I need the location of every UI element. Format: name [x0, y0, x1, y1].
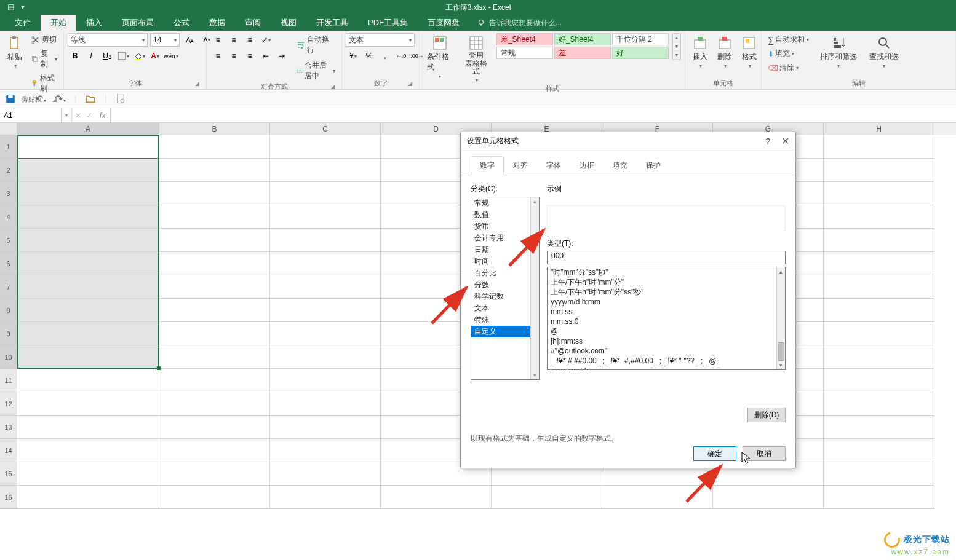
cell[interactable]: [159, 369, 270, 392]
cell[interactable]: [17, 182, 159, 205]
tab-baidu[interactable]: 百度网盘: [418, 15, 469, 31]
align-center-button[interactable]: ≡: [226, 49, 241, 63]
number-format-combo[interactable]: 文本▾: [346, 33, 415, 47]
cell[interactable]: [824, 462, 934, 486]
dialog-launcher-icon[interactable]: ◢: [330, 84, 338, 91]
comma-button[interactable]: ,: [378, 49, 392, 63]
cell[interactable]: [270, 345, 381, 369]
font-color-button[interactable]: A▾: [148, 49, 162, 63]
table-format-button[interactable]: 套用 表格格式▾: [460, 33, 492, 85]
indent-dec-button[interactable]: ⇤: [258, 49, 273, 63]
cell[interactable]: [381, 486, 492, 509]
cell[interactable]: [713, 486, 824, 509]
category-item[interactable]: 科学记数: [471, 291, 530, 302]
scroll-down-icon[interactable]: ▾: [779, 362, 783, 368]
category-item[interactable]: 常规: [471, 197, 530, 209]
dialog-close-icon[interactable]: ✕: [781, 135, 789, 147]
scroll-up-icon[interactable]: ▴: [673, 34, 680, 42]
delete-cells-button[interactable]: 删除▾: [714, 33, 736, 71]
tab-pdf[interactable]: PDF工具集: [358, 15, 418, 31]
delete-format-button[interactable]: 删除(D): [747, 408, 786, 422]
type-scrollbar[interactable]: ▴ ▾: [776, 267, 785, 369]
type-item[interactable]: mm:ss: [550, 307, 774, 317]
open-icon[interactable]: [85, 93, 96, 105]
tab-view[interactable]: 视图: [271, 15, 306, 31]
scroll-up-icon[interactable]: ▴: [533, 199, 536, 205]
style-cell[interactable]: 好_Sheet4: [554, 33, 611, 45]
cell[interactable]: [824, 275, 934, 299]
cell[interactable]: [270, 135, 381, 159]
cell[interactable]: [602, 486, 713, 509]
row-header[interactable]: 6: [0, 252, 17, 275]
row-header[interactable]: 8: [0, 299, 17, 322]
cell[interactable]: [270, 275, 381, 299]
cell[interactable]: [270, 416, 381, 439]
cell[interactable]: [824, 229, 934, 252]
dialog-tab[interactable]: 填充: [603, 156, 637, 175]
dialog-launcher-icon[interactable]: ◢: [195, 81, 202, 88]
row-header[interactable]: 13: [0, 416, 17, 439]
row-header[interactable]: 11: [0, 369, 17, 392]
cell[interactable]: [270, 392, 381, 416]
column-header[interactable]: B: [159, 123, 270, 135]
cell[interactable]: [17, 392, 159, 416]
formula-input[interactable]: [111, 108, 956, 122]
percent-button[interactable]: %: [362, 49, 376, 63]
type-item[interactable]: 上午/下午h"时"mm"分"ss"秒": [550, 287, 774, 297]
row-header[interactable]: 16: [0, 486, 17, 509]
cut-button[interactable]: 剪切: [28, 33, 60, 46]
cell[interactable]: [270, 322, 381, 345]
cell[interactable]: [159, 486, 270, 509]
cell[interactable]: [159, 439, 270, 462]
font-size-combo[interactable]: 14▾: [150, 33, 180, 47]
category-list[interactable]: 常规数值货币会计专用日期时间百分比分数科学记数文本特殊自定义 ▴▾: [471, 197, 540, 380]
row-header[interactable]: 5: [0, 229, 17, 252]
gallery-scroll[interactable]: ▴ ▾ ▾: [672, 33, 681, 60]
tab-review[interactable]: 审阅: [235, 15, 271, 31]
indent-inc-button[interactable]: ⇥: [274, 49, 289, 63]
cell[interactable]: [17, 299, 159, 322]
clear-button[interactable]: ⌫清除▾: [765, 61, 811, 74]
type-item[interactable]: "时"mm"分"ss"秒": [550, 267, 774, 277]
type-input[interactable]: 000: [547, 251, 786, 264]
category-item[interactable]: 时间: [471, 256, 530, 267]
type-item[interactable]: @: [550, 326, 774, 336]
cell[interactable]: [159, 275, 270, 299]
copy-button[interactable]: 复制▾: [28, 47, 60, 71]
column-header[interactable]: A: [17, 123, 159, 135]
align-top-button[interactable]: ≡: [210, 33, 225, 47]
cell[interactable]: [159, 345, 270, 369]
orientation-button[interactable]: ⤢▾: [258, 33, 273, 47]
border-button[interactable]: ▾: [116, 49, 130, 63]
row-header[interactable]: 12: [0, 392, 17, 416]
cell[interactable]: [17, 462, 159, 486]
cell[interactable]: [159, 252, 270, 275]
enter-formula-icon[interactable]: ✓: [86, 111, 92, 120]
cell[interactable]: [159, 135, 270, 159]
format-cells-button[interactable]: 格式▾: [738, 33, 760, 71]
row-header[interactable]: 14: [0, 439, 17, 462]
dialog-tab[interactable]: 数字: [471, 156, 504, 175]
cell[interactable]: [159, 322, 270, 345]
bold-button[interactable]: B: [68, 49, 82, 63]
cell[interactable]: [17, 275, 159, 299]
category-item[interactable]: 分数: [471, 279, 530, 291]
cell[interactable]: [159, 299, 270, 322]
cell[interactable]: [270, 229, 381, 252]
font-name-combo[interactable]: 等线▾: [68, 33, 148, 47]
cell[interactable]: [17, 205, 159, 229]
insert-cells-button[interactable]: 插入▾: [689, 33, 711, 71]
cell[interactable]: [270, 369, 381, 392]
row-header[interactable]: 2: [0, 159, 17, 182]
align-left-button[interactable]: ≡: [210, 49, 225, 63]
cell[interactable]: [270, 182, 381, 205]
cell[interactable]: [824, 486, 934, 509]
column-header[interactable]: H: [824, 123, 934, 135]
type-item[interactable]: mm:ss.0: [550, 317, 774, 326]
cell[interactable]: [159, 182, 270, 205]
category-item[interactable]: 特殊: [471, 314, 530, 326]
scroll-up-icon[interactable]: ▴: [779, 269, 783, 275]
style-cell[interactable]: 差_Sheet4: [496, 33, 553, 45]
paste-button[interactable]: 粘贴 ▾: [4, 33, 26, 71]
scroll-down-icon[interactable]: ▾: [533, 372, 536, 378]
